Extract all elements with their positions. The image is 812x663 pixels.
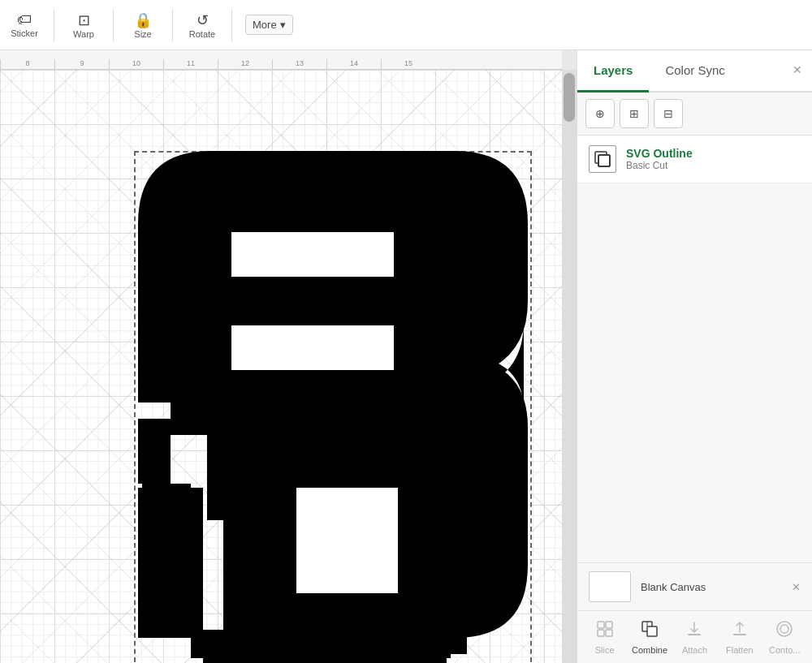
scrollbar-right[interactable] [562,70,577,663]
panel-actions: Slice Combine [577,610,812,663]
canvas-grid[interactable] [0,70,562,663]
layer-item-svg-outline[interactable]: SVG Outline Basic Cut [577,136,812,183]
svg-rect-30 [598,155,610,166]
panel-tool-btn-2[interactable]: ⊞ [620,99,649,128]
scrollbar-thumb[interactable] [564,73,575,122]
sticker-tool[interactable]: 🏷 Sticker [8,11,41,38]
divider-1 [54,9,54,41]
svg-rect-34 [598,630,604,636]
svg-rect-39 [733,634,746,635]
ruler-mark-13: 13 [272,59,326,69]
warp-icon: ⊡ [78,11,90,29]
warp-label: Warp [73,29,94,39]
sticker-label: Sticker [11,28,38,38]
ruler-mark-15: 15 [381,59,435,69]
attach-label: Attach [682,645,707,655]
tab-color-sync[interactable]: Color Sync [649,50,741,93]
svg-rect-26 [296,488,398,593]
divider-3 [172,9,173,41]
tab-layers[interactable]: Layers [577,50,649,93]
svg-rect-32 [598,622,604,628]
rotate-label: Rotate [189,29,215,39]
layer-item-type: Basic Cut [626,160,801,171]
svg-rect-27 [138,488,203,536]
rotate-icon: ↺ [197,11,209,29]
panel-tabs: Layers Color Sync ✕ [577,50,812,93]
svg-rect-21 [398,427,459,654]
svg-rect-35 [606,630,612,636]
add-layer-icon: ⊕ [595,107,605,120]
right-panel: Layers Color Sync ✕ ⊕ ⊞ ⊟ [577,50,812,663]
flatten-button[interactable]: Flatten [719,619,760,655]
panel-tool-btn-1[interactable]: ⊕ [585,99,615,128]
svg-rect-24 [231,232,394,277]
blank-canvas-thumb [589,571,631,602]
panel-tool-btn-3[interactable]: ⊟ [654,99,683,128]
top-toolbar: 🏷 Sticker ⊡ Warp 🔒 Size ↺ Rotate More ▾ [0,0,812,50]
slice-icon [595,619,615,643]
svg-rect-17 [171,370,447,435]
sd-logo-main [130,151,528,663]
size-tool[interactable]: 🔒 Size [127,11,159,39]
contour-label: Conto... [769,645,801,655]
combine-button[interactable]: Combine [629,619,670,655]
more-label: More [253,19,277,31]
combine-label: Combine [632,645,667,655]
flatten-icon [730,619,749,643]
delete-layer-icon: ⊟ [663,107,673,120]
divider-4 [231,9,232,41]
blank-canvas-section: Blank Canvas ✕ [577,562,812,610]
main-area: 8 9 10 11 12 13 14 15 [0,50,812,663]
ruler-top: 8 9 10 11 12 13 14 15 [0,50,562,70]
ruler-mark-14: 14 [326,59,381,69]
contour-button[interactable]: Conto... [764,619,805,655]
slice-label: Slice [595,645,615,655]
blank-canvas-close-button[interactable]: ✕ [792,581,801,593]
layer-item-icon [589,145,616,173]
ruler-mark-9: 9 [54,59,109,69]
size-label: Size [134,29,151,39]
ruler-mark-11: 11 [163,59,218,69]
panel-close-button[interactable]: ✕ [783,50,812,91]
blank-canvas-label: Blank Canvas [641,581,706,593]
sticker-icon: 🏷 [17,11,32,28]
canvas-area[interactable]: 8 9 10 11 12 13 14 15 [0,50,577,663]
svg-rect-25 [231,325,394,370]
flatten-label: Flatten [726,645,754,655]
svg-rect-28 [138,419,171,484]
svg-rect-37 [647,626,657,636]
svg-rect-38 [688,634,701,635]
attach-button[interactable]: Attach [674,619,715,655]
divider-2 [113,9,114,41]
ruler-mark-12: 12 [218,59,272,69]
contour-icon [775,619,794,643]
duplicate-layer-icon: ⊞ [629,107,639,120]
slice-button[interactable]: Slice [585,619,625,655]
panel-toolbar: ⊕ ⊞ ⊟ [577,93,812,136]
warp-tool[interactable]: ⊡ Warp [67,11,100,39]
rotate-tool[interactable]: ↺ Rotate [186,11,218,39]
blank-canvas-item[interactable]: Blank Canvas ✕ [589,571,801,602]
attach-icon [685,619,704,643]
more-button[interactable]: More ▾ [245,15,293,35]
ruler-mark-10: 10 [109,59,163,69]
size-icon: 🔒 [134,11,152,29]
layer-item-info: SVG Outline Basic Cut [626,147,801,171]
panel-spacer [577,183,812,562]
layer-item-name: SVG Outline [626,147,801,160]
combine-icon [640,619,659,643]
ruler-mark-8: 8 [0,59,54,69]
svg-rect-33 [606,622,612,628]
ruler-top-inner: 8 9 10 11 12 13 14 15 [0,59,562,69]
more-arrow-icon: ▾ [280,19,286,31]
